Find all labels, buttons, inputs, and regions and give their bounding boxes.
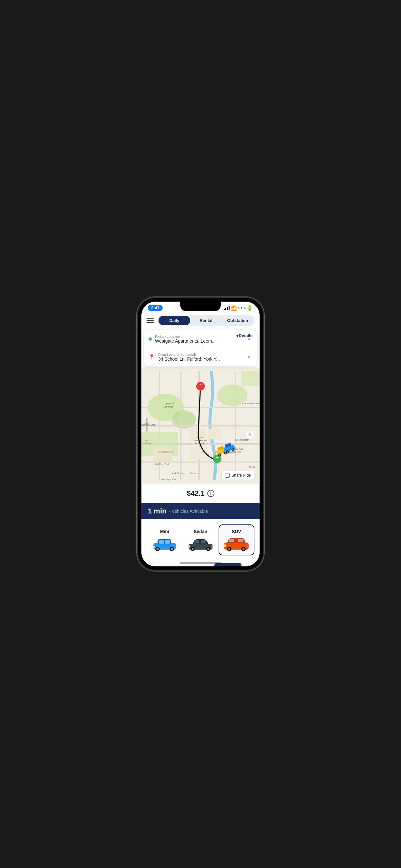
header-nav: Daily Rental Outstation (142, 312, 259, 329)
svg-point-67 (171, 548, 173, 550)
svg-rect-80 (228, 538, 235, 542)
svg-rect-86 (224, 545, 226, 547)
price-amount: $42.1 (187, 489, 204, 498)
svg-text:ngton: ngton (144, 423, 149, 424)
svg-point-65 (156, 548, 158, 550)
svg-rect-69 (175, 546, 176, 548)
svg-rect-63 (165, 540, 170, 544)
pickup-info: Pickup Location Westgate Apartments, Lee… (155, 335, 216, 344)
svg-text:York Racecourse: York Racecourse (242, 402, 259, 405)
svg-text:shop: shop (144, 439, 148, 441)
svg-point-76 (207, 548, 209, 550)
svg-point-34 (226, 451, 228, 453)
vehicle-option-mini[interactable]: Mini (147, 524, 182, 555)
svg-rect-31 (225, 443, 232, 447)
svg-text:the Retreat: the Retreat (195, 442, 204, 444)
vehicle-sedan-img (188, 537, 213, 551)
svg-text:University of York: University of York (159, 478, 176, 481)
vehicle-option-suv[interactable]: SUV (219, 524, 254, 555)
map-background: Fulford Golf Club York Racecourse SOUTH … (142, 368, 259, 484)
svg-rect-81 (238, 538, 243, 542)
svg-text:Germany Beck: Germany Beck (142, 424, 156, 426)
pickup-dot-icon (149, 337, 152, 341)
vehicle-mini-label: Mini (160, 529, 169, 534)
svg-point-22 (215, 457, 219, 461)
status-icons: 📶 57 % 🔋 (224, 305, 253, 311)
svg-rect-24 (216, 447, 227, 456)
drop-pin-icon: 📍 (149, 354, 155, 360)
pickup-value: Westgate Apartments, Leem... (155, 338, 216, 344)
svg-rect-17 (154, 447, 172, 461)
svg-text:Fulford: Fulford (166, 402, 174, 405)
svg-text:associated with: associated with (194, 439, 207, 441)
share-ride-checkbox[interactable] (225, 473, 229, 477)
battery-icon: 57 % 🔋 (238, 305, 253, 311)
svg-point-26 (218, 453, 222, 457)
svg-text:Golf Club: Golf Club (163, 405, 174, 408)
pickup-label: Pickup Location (155, 335, 216, 338)
vehicle-suv-label: SUV (232, 529, 241, 534)
svg-text:Grounds: Grounds (196, 436, 203, 438)
share-ride-checkbox-area[interactable]: Share Ride (221, 471, 254, 480)
svg-point-85 (243, 548, 245, 550)
svg-point-35 (232, 449, 234, 451)
svg-text:York St John: York St John (172, 472, 185, 475)
svg-point-19 (198, 384, 202, 388)
svg-rect-14 (190, 429, 205, 441)
svg-point-1 (148, 394, 184, 421)
location-divider (150, 345, 252, 351)
svg-point-18 (196, 382, 205, 391)
svg-rect-25 (217, 445, 224, 451)
svg-point-74 (192, 548, 194, 550)
svg-point-33 (231, 448, 235, 452)
svg-rect-78 (211, 545, 213, 548)
status-time: 3:47 (148, 305, 163, 311)
svg-point-2 (172, 410, 196, 429)
vehicle-suv-img (223, 537, 249, 551)
svg-point-27 (223, 451, 227, 455)
notch (180, 302, 221, 311)
tab-outstation[interactable]: Outstation (222, 316, 253, 325)
svg-point-28 (219, 454, 221, 456)
promo-clear-button[interactable]: ✕ (245, 565, 254, 566)
vehicle-option-sedan[interactable]: Sedan (182, 524, 218, 555)
svg-rect-15 (208, 429, 220, 439)
svg-text:Rowntree Park: Rowntree Park (229, 448, 243, 450)
svg-text:SOUTH BANK: SOUTH BANK (235, 439, 249, 441)
svg-rect-30 (223, 444, 235, 453)
svg-text:OLGA...: OLGA... (249, 466, 257, 468)
svg-rect-71 (194, 540, 199, 544)
drop-info: Drop Location (optional) 34 School Ln, F… (158, 352, 220, 362)
svg-text:CLEMENTHORPE: CLEMENTHORPE (223, 451, 241, 453)
svg-rect-3 (142, 432, 178, 456)
vehicle-sedan-label: Sedan (194, 529, 207, 534)
svg-rect-87 (247, 545, 249, 547)
svg-rect-16 (190, 447, 207, 459)
details-link[interactable]: +Details (236, 333, 252, 338)
svg-rect-72 (201, 540, 206, 544)
tab-daily[interactable]: Daily (158, 316, 190, 325)
eta-label: - Vehicles Available (169, 508, 208, 514)
eta-bar: 1 min - Vehicles Available (142, 503, 259, 519)
map-svg: Fulford Golf Club York Racecourse SOUTH … (142, 368, 259, 484)
svg-point-32 (225, 450, 229, 454)
drop-clear-button[interactable]: × (246, 353, 252, 361)
svg-marker-20 (198, 385, 204, 392)
svg-rect-77 (188, 545, 190, 548)
svg-rect-62 (159, 540, 164, 544)
price-info-button[interactable]: i (207, 490, 214, 497)
menu-button[interactable] (147, 318, 154, 323)
svg-text:e's School: e's School (143, 442, 151, 444)
home-indicator (180, 562, 221, 564)
vehicle-mini-img (152, 537, 178, 551)
map-container[interactable]: Fulford Golf Club York Racecourse SOUTH … (142, 368, 259, 484)
tabs-container: Daily Rental Outstation (158, 315, 254, 326)
svg-rect-88 (235, 538, 238, 538)
svg-point-4 (217, 384, 248, 406)
drop-row: 📍 Drop Location (optional) 34 School Ln,… (149, 351, 252, 363)
signal-bars-icon (224, 306, 229, 310)
vehicle-selector: Mini Sedan (142, 519, 259, 558)
svg-text:Morrisons: Morrisons (190, 472, 199, 474)
tab-rental[interactable]: Rental (190, 316, 222, 325)
price-bar: $42.1 i (142, 484, 259, 503)
